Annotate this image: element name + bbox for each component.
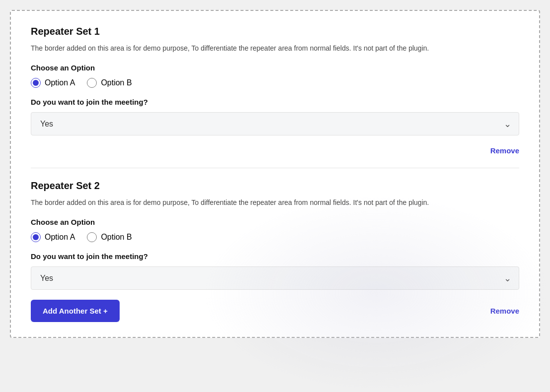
repeater-set-2: Repeater Set 2The border added on this a… <box>31 180 519 290</box>
select-wrapper-2: YesNoMaybe⌄ <box>31 266 519 290</box>
set-description-1: The border added on this area is for dem… <box>31 43 519 54</box>
choose-option-label-1: Choose an Option <box>31 64 519 72</box>
radio-label-option-a-2: Option A <box>45 233 75 242</box>
radio-input-option-a-2[interactable] <box>31 232 41 242</box>
select-wrapper-1: YesNoMaybe⌄ <box>31 112 519 135</box>
radio-group-1: Option AOption B <box>31 78 519 88</box>
repeater-set-1: Repeater Set 1The border added on this a… <box>31 26 519 168</box>
radio-option-option-b-1[interactable]: Option B <box>87 78 132 88</box>
remove-last-set-button[interactable]: Remove <box>490 304 519 318</box>
add-another-set-button[interactable]: Add Another Set + <box>31 300 120 322</box>
radio-option-option-a-1[interactable]: Option A <box>31 78 75 88</box>
radio-option-option-a-2[interactable]: Option A <box>31 232 75 242</box>
radio-label-option-b-1: Option B <box>101 78 132 87</box>
radio-input-option-a-1[interactable] <box>31 78 41 88</box>
set-title-1: Repeater Set 1 <box>31 26 519 37</box>
radio-option-option-b-2[interactable]: Option B <box>87 232 132 242</box>
divider-1 <box>31 168 519 168</box>
dropdown-label-2: Do you want to join the meeting? <box>31 252 519 261</box>
radio-input-option-b-2[interactable] <box>87 232 97 242</box>
set-description-2: The border added on this area is for dem… <box>31 197 519 208</box>
set-title-2: Repeater Set 2 <box>31 180 519 192</box>
choose-option-label-2: Choose an Option <box>31 218 519 226</box>
bottom-bar: Add Another Set +Remove <box>31 300 519 322</box>
radio-label-option-a-1: Option A <box>45 78 75 87</box>
radio-input-option-b-1[interactable] <box>87 78 97 88</box>
radio-label-option-b-2: Option B <box>101 233 132 242</box>
select-field-1[interactable]: YesNoMaybe <box>31 112 519 135</box>
remove-button-1[interactable]: Remove <box>490 143 519 158</box>
repeater-container: Repeater Set 1The border added on this a… <box>10 10 540 338</box>
radio-group-2: Option AOption B <box>31 232 519 242</box>
select-field-2[interactable]: YesNoMaybe <box>31 266 519 290</box>
dropdown-label-1: Do you want to join the meeting? <box>31 98 519 106</box>
